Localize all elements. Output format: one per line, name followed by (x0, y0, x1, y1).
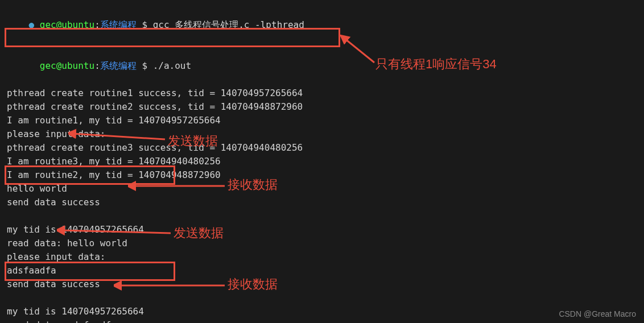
output-line: my tid is 140704957265664 (7, 223, 637, 237)
output-line: read data: adsfaadfa (7, 318, 637, 323)
user-host: gec@ubuntu (40, 19, 94, 30)
prompt-line-2: gec@ubuntu:系统编程 $ ./a.out (7, 45, 637, 86)
output-line: my tid is 140704957265664 (7, 305, 637, 318)
output-line: I am routine2, my tid = 140704948872960 (7, 168, 637, 182)
colon: : (94, 19, 100, 30)
output-line: send data success (7, 278, 637, 291)
cwd: 系统编程 (100, 60, 137, 71)
output-line (7, 291, 637, 305)
output-line: please input data: (7, 250, 637, 264)
terminal-window[interactable]: ● gec@ubuntu:系统编程 $ gcc 多线程信号处理.c -lpthr… (0, 0, 644, 323)
output-line: pthread create routine2 success, tid = 1… (7, 100, 637, 114)
bullet-icon (29, 60, 40, 71)
output-line: pthread create routine3 success, tid = 1… (7, 141, 637, 155)
prompt-line-1: ● gec@ubuntu:系统编程 $ gcc 多线程信号处理.c -lpthr… (7, 5, 637, 45)
output-line (7, 209, 637, 223)
output-line: read data: hello world (7, 237, 637, 250)
command-text: ./a.out (153, 60, 191, 71)
output-line: I am routine1, my tid = 140704957265664 (7, 114, 637, 127)
output-line: adsfaadfa (7, 264, 637, 278)
dollar: $ (137, 60, 153, 71)
output-line: I am routine3, my tid = 140704940480256 (7, 155, 637, 168)
output-line: pthread create routine1 success, tid = 1… (7, 86, 637, 100)
watermark: CSDN @Great Macro (559, 309, 636, 318)
bullet-icon: ● (29, 19, 40, 30)
output-line: send data success (7, 196, 637, 209)
command-text: gcc 多线程信号处理.c -lpthread (153, 19, 304, 30)
dollar: $ (137, 19, 153, 30)
output-line: please input data: (7, 127, 637, 141)
cwd: 系统编程 (100, 19, 137, 30)
colon: : (94, 60, 100, 71)
user-host: gec@ubuntu (40, 60, 94, 71)
output-line: hello world (7, 182, 637, 196)
